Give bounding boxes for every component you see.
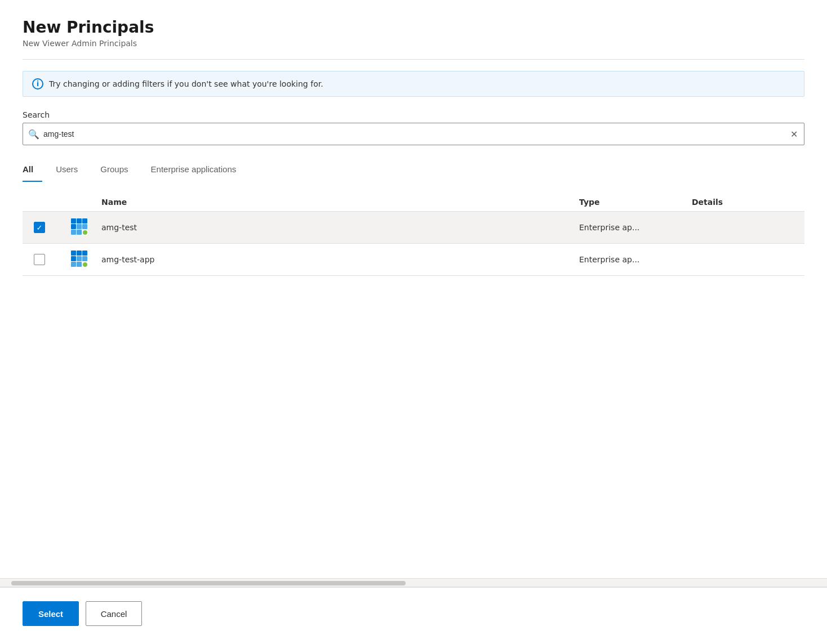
col-name: Name (101, 198, 579, 207)
row2-checkbox[interactable] (34, 254, 45, 265)
table-row[interactable]: amg-test Enterprise ap... (23, 212, 804, 244)
tab-enterprise[interactable]: Enterprise applications (151, 159, 246, 182)
page-subtitle: New Viewer Admin Principals (23, 39, 804, 48)
col-details: Details (692, 198, 804, 207)
tab-users[interactable]: Users (56, 159, 87, 182)
svg-rect-10 (77, 251, 82, 256)
col-type: Type (579, 198, 692, 207)
results-table: Name Type Details (23, 193, 804, 276)
svg-rect-0 (71, 218, 76, 223)
svg-rect-14 (82, 256, 87, 261)
svg-rect-11 (82, 251, 87, 256)
svg-rect-13 (77, 256, 82, 261)
search-input[interactable] (23, 123, 804, 145)
svg-rect-6 (71, 230, 76, 235)
tabs-container: All Users Groups Enterprise applications (23, 159, 804, 182)
svg-point-17 (82, 262, 88, 267)
row1-name: amg-test (101, 223, 579, 232)
search-icon: 🔍 (28, 129, 39, 140)
table-header: Name Type Details (23, 193, 804, 212)
row1-icon (69, 217, 89, 238)
svg-rect-9 (71, 251, 76, 256)
svg-point-8 (82, 230, 88, 235)
col-checkbox (23, 198, 56, 207)
row1-checkbox[interactable] (34, 222, 45, 233)
col-icon (56, 198, 101, 207)
svg-rect-3 (71, 224, 76, 229)
svg-rect-5 (82, 224, 87, 229)
search-label: Search (23, 110, 804, 119)
enterprise-app-icon-2 (70, 249, 88, 267)
info-banner: i Try changing or adding filters if you … (23, 71, 804, 97)
page-title: New Principals (23, 18, 804, 37)
tab-groups[interactable]: Groups (100, 159, 137, 182)
search-clear-button[interactable]: ✕ (788, 127, 800, 142)
enterprise-app-icon (70, 217, 88, 235)
svg-rect-7 (77, 230, 82, 235)
scrollbar-thumb[interactable] (11, 581, 406, 585)
svg-rect-16 (77, 262, 82, 267)
search-container: 🔍 ✕ (23, 123, 804, 145)
svg-rect-15 (71, 262, 76, 267)
svg-rect-2 (82, 218, 87, 223)
row1-type: Enterprise ap... (579, 223, 692, 232)
table-row[interactable]: amg-test-app Enterprise ap... (23, 244, 804, 276)
tab-all[interactable]: All (23, 159, 42, 182)
header-divider (23, 59, 804, 60)
row2-name: amg-test-app (101, 255, 579, 264)
scrollbar-track[interactable] (0, 578, 827, 587)
footer: Select Cancel (0, 587, 827, 644)
info-icon: i (32, 78, 43, 90)
svg-rect-4 (77, 224, 82, 229)
svg-rect-12 (71, 256, 76, 261)
row2-type: Enterprise ap... (579, 255, 692, 264)
info-banner-text: Try changing or adding filters if you do… (49, 79, 323, 88)
svg-rect-1 (77, 218, 82, 223)
cancel-button[interactable]: Cancel (86, 601, 142, 626)
select-button[interactable]: Select (23, 601, 79, 626)
row2-icon (69, 249, 89, 270)
